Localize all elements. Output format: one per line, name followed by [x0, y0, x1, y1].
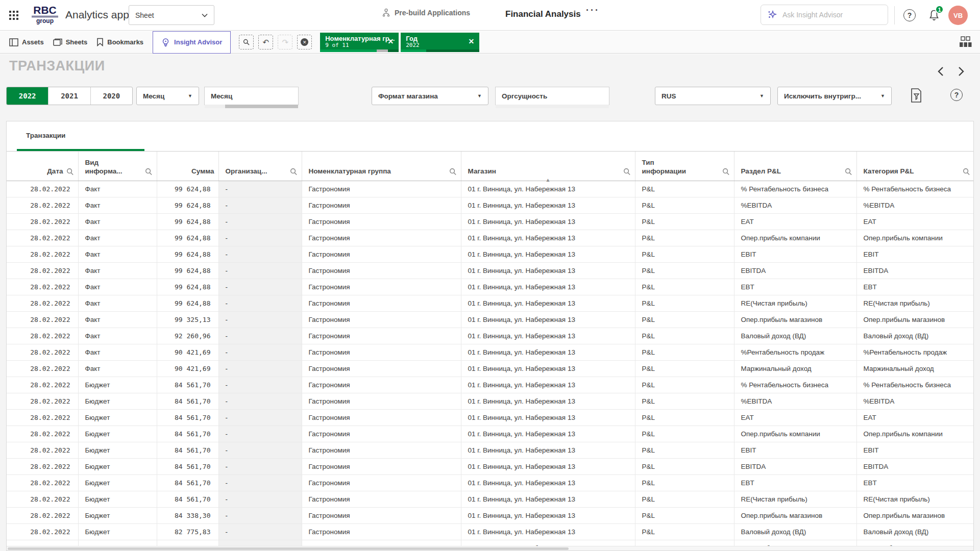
table-row[interactable]: 28.02.2022Бюджет84 561,70-Гастрономия01 …	[7, 393, 974, 409]
table-cell[interactable]: %Рентабельность продаж	[856, 344, 974, 360]
table-cell[interactable]: 28.02.2022	[7, 474, 78, 491]
clear-selections-button[interactable]: ✕	[297, 35, 312, 49]
table-cell[interactable]: -	[218, 360, 302, 377]
table-row[interactable]: 28.02.2022Факт99 624,88-Гастрономия01 г.…	[7, 230, 974, 246]
avatar[interactable]: VB	[948, 6, 968, 25]
table-cell[interactable]: Факт	[78, 295, 157, 311]
table-cell[interactable]: EAT	[856, 213, 974, 230]
table-cell[interactable]: 28.02.2022	[7, 213, 78, 230]
table-cell[interactable]: 28.02.2022	[7, 344, 78, 360]
table-row[interactable]: 28.02.2022Факт99 624,88-Гастрономия01 г.…	[7, 279, 974, 295]
table-cell[interactable]: P&L	[635, 442, 734, 458]
table-cell[interactable]: Факт	[78, 246, 157, 262]
table-row[interactable]: 28.02.2022Факт99 624,88-Гастрономия01 г.…	[7, 181, 974, 197]
table-cell[interactable]: Гастрономия	[302, 279, 461, 295]
table-cell[interactable]: EBT	[734, 279, 856, 295]
table-cell[interactable]: -	[218, 344, 302, 360]
table-cell[interactable]: Бюджет	[78, 377, 157, 393]
table-row[interactable]: 28.02.2022Факт90 421,69-Гастрономия01 г.…	[7, 344, 974, 360]
table-cell[interactable]: 01 г. Винница, ул. Набережная 13	[461, 507, 635, 523]
table-cell[interactable]: 01 г. Винница, ул. Набережная 13	[461, 262, 635, 279]
table-cell[interactable]: Гастрономия	[302, 311, 461, 328]
table-cell[interactable]: Гастрономия	[302, 295, 461, 311]
table-cell[interactable]: Гастрономия	[302, 246, 461, 262]
table-cell[interactable]: 01 г. Винница, ул. Набережная 13	[461, 409, 635, 425]
table-cell[interactable]: 84 561,70	[157, 458, 218, 474]
month-dropdown[interactable]: Месяц ▼	[136, 87, 199, 105]
column-header[interactable]: Сумма	[157, 152, 218, 181]
table-cell[interactable]: P&L	[635, 311, 734, 328]
table-cell[interactable]: EBITDA	[856, 458, 974, 474]
table-cell[interactable]: -	[218, 262, 302, 279]
table-cell[interactable]: 99 624,88	[157, 197, 218, 213]
table-row[interactable]: 28.02.2022Бюджет84 561,70-Гастрономия01 …	[7, 442, 974, 458]
table-cell[interactable]: EBITDA	[734, 458, 856, 474]
table-cell[interactable]: 01 г. Винница, ул. Набережная 13	[461, 377, 635, 393]
table-cell[interactable]: Гастрономия	[302, 328, 461, 344]
undo-selection-button[interactable]: ↶	[258, 35, 273, 49]
search-icon[interactable]	[66, 168, 74, 176]
table-cell[interactable]: Факт	[78, 181, 157, 197]
table-cell[interactable]: 01 г. Винница, ул. Набережная 13	[461, 295, 635, 311]
table-cell[interactable]: EAT	[734, 213, 856, 230]
table-cell[interactable]: 01 г. Винница, ул. Набережная 13	[461, 197, 635, 213]
table-cell[interactable]: Валовый доход (ВД)	[856, 523, 974, 540]
prebuild-applications-link[interactable]: Pre-build Applications	[382, 8, 470, 17]
table-cell[interactable]: P&L	[635, 425, 734, 442]
search-icon[interactable]	[963, 168, 970, 176]
table-cell[interactable]: Валовый доход (ВД)	[734, 328, 856, 344]
redo-selection-button[interactable]: ↷	[278, 35, 292, 49]
selection-chip-year[interactable]: Год 2022 ✕	[401, 33, 479, 52]
table-cell[interactable]: Валовый доход (ВД)	[856, 328, 974, 344]
table-cell[interactable]: 82 775,83	[157, 523, 218, 540]
table-cell[interactable]: 28.02.2022	[7, 507, 78, 523]
table-cell[interactable]: P&L	[635, 491, 734, 507]
table-cell[interactable]: P&L	[635, 246, 734, 262]
search-icon[interactable]	[722, 168, 730, 176]
table-cell[interactable]: Бюджет	[78, 507, 157, 523]
table-cell[interactable]: P&L	[635, 393, 734, 409]
table-cell[interactable]: %EBITDA	[734, 393, 856, 409]
table-cell[interactable]: 84 561,70	[157, 491, 218, 507]
table-row[interactable]: 28.02.2022Факт99 624,88-Гастрономия01 г.…	[7, 295, 974, 311]
table-row[interactable]: 28.02.2022Бюджет84 338,30-Гастрономия01 …	[7, 507, 974, 523]
table-cell[interactable]: 84 561,70	[157, 393, 218, 409]
table-row[interactable]: 28.02.2022Факт99 325,13-Гастрономия01 г.…	[7, 311, 974, 328]
column-header[interactable]: Организац...	[218, 152, 302, 181]
table-cell[interactable]: 28.02.2022	[7, 377, 78, 393]
horizontal-scrollbar[interactable]	[7, 546, 973, 550]
year-button-2022[interactable]: 2022	[7, 87, 48, 105]
year-button-2020[interactable]: 2020	[91, 87, 132, 105]
table-cell[interactable]: P&L	[635, 295, 734, 311]
table-cell[interactable]: 28.02.2022	[7, 246, 78, 262]
table-row[interactable]: 28.02.2022Факт99 624,88-Гастрономия01 г.…	[7, 246, 974, 262]
table-cell[interactable]: -	[218, 474, 302, 491]
table-cell[interactable]: 28.02.2022	[7, 393, 78, 409]
column-header[interactable]: Вид информа...	[78, 152, 157, 181]
table-cell[interactable]: Бюджет	[78, 491, 157, 507]
table-cell[interactable]: 01 г. Винница, ул. Набережная 13	[461, 442, 635, 458]
table-cell[interactable]: Опер.прибыль компании	[734, 425, 856, 442]
table-cell[interactable]: RE(Чистая прибыль)	[856, 295, 974, 311]
table-cell[interactable]: RE(Чистая прибыль)	[734, 295, 856, 311]
table-cell[interactable]: 99 325,13	[157, 311, 218, 328]
close-icon[interactable]: ✕	[469, 37, 475, 45]
month-listbox[interactable]: Месяц	[204, 87, 299, 105]
table-cell[interactable]: Факт	[78, 328, 157, 344]
table-cell[interactable]: -	[218, 458, 302, 474]
table-cell[interactable]: -	[218, 230, 302, 246]
table-cell[interactable]: 01 г. Винница, ул. Набережная 13	[461, 523, 635, 540]
table-row[interactable]: 28.02.2022Факт99 624,88-Гастрономия01 г.…	[7, 197, 974, 213]
app-grid-icon[interactable]	[9, 11, 19, 21]
table-cell[interactable]: 90 421,69	[157, 344, 218, 360]
table-cell[interactable]: P&L	[635, 377, 734, 393]
table-cell[interactable]: Гастрономия	[302, 230, 461, 246]
table-cell[interactable]: EBITDA	[856, 262, 974, 279]
table-row[interactable]: 28.02.2022Бюджет84 561,70-Гастрономия01 …	[7, 409, 974, 425]
table-cell[interactable]: EBT	[856, 279, 974, 295]
table-cell[interactable]: P&L	[635, 279, 734, 295]
table-cell[interactable]: Опер.прибыль магазинов	[856, 311, 974, 328]
table-cell[interactable]: EBT	[734, 474, 856, 491]
table-cell[interactable]: %EBITDA	[734, 197, 856, 213]
listbox-scrollbar[interactable]	[496, 105, 609, 108]
